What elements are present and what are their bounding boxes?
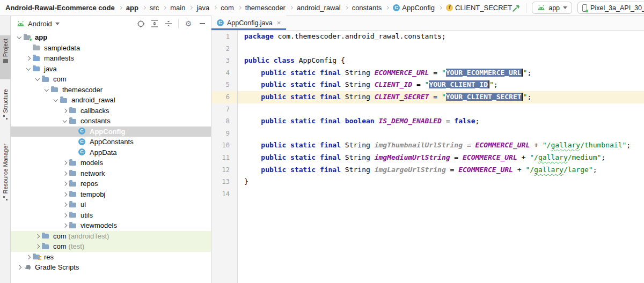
code-line-6[interactable]: public static final String CLIENT_SECRET… xyxy=(238,91,644,103)
code-line-2[interactable] xyxy=(238,43,644,55)
breadcrumb-item-com[interactable]: com xyxy=(221,4,234,12)
tree-expand-arrow-icon[interactable] xyxy=(33,235,41,238)
tree-expand-arrow-icon[interactable] xyxy=(33,245,41,248)
code-line-12[interactable]: public static final String imgLargeUrlSt… xyxy=(238,164,644,176)
tree-expand-arrow-icon[interactable] xyxy=(61,182,69,185)
breadcrumb-item-src[interactable]: src xyxy=(150,4,159,12)
package-icon xyxy=(60,96,69,105)
tree-collapse-arrow-icon[interactable] xyxy=(15,36,23,39)
settings-gear-icon[interactable]: ⚙ xyxy=(184,19,193,28)
tree-expand-arrow-icon[interactable] xyxy=(61,214,69,217)
tree-item-sampledata[interactable]: sampledata xyxy=(11,43,211,54)
tree-item-java[interactable]: java xyxy=(11,64,211,75)
tree-expand-arrow-icon[interactable] xyxy=(61,193,69,196)
tree-expand-arrow-icon[interactable] xyxy=(61,224,69,227)
breadcrumb-item-android-rawal-ecommerce-code[interactable]: Android-Rawal-Ecommerce code xyxy=(5,4,115,12)
tool-tab-project[interactable]: Project xyxy=(0,35,11,79)
tree-item-utils[interactable]: utils xyxy=(11,210,211,221)
tree-item-tempobj[interactable]: tempobj xyxy=(11,189,211,200)
tree-expand-arrow-icon[interactable] xyxy=(15,266,23,269)
gradle-icon xyxy=(23,263,32,272)
code-line-13[interactable]: } xyxy=(238,176,644,188)
tree-item-viewmodels[interactable]: viewmodels xyxy=(11,220,211,231)
tree-item-appconfig[interactable]: CAppConfig xyxy=(11,126,211,137)
tree-collapse-arrow-icon[interactable] xyxy=(61,120,69,123)
code-token: ; xyxy=(527,69,531,77)
tree-expand-arrow-icon[interactable] xyxy=(61,203,69,206)
expand-all-icon[interactable] xyxy=(150,19,159,28)
tree-collapse-arrow-icon[interactable] xyxy=(24,68,32,71)
class-icon: C xyxy=(393,4,400,11)
code-line-3[interactable]: public class AppConfig { xyxy=(238,55,644,67)
run-configuration-select[interactable]: app xyxy=(532,2,572,14)
tree-collapse-arrow-icon[interactable] xyxy=(33,78,41,81)
tree-expand-arrow-icon[interactable] xyxy=(24,256,32,259)
tree-item-com-androidtest[interactable]: com(androidTest) xyxy=(11,231,211,242)
tree-item-models[interactable]: models xyxy=(11,158,211,168)
tree-expand-arrow-icon[interactable] xyxy=(61,172,69,175)
hide-panel-icon[interactable] xyxy=(198,19,207,28)
tree-collapse-arrow-icon[interactable] xyxy=(42,88,50,92)
breadcrumb-item-app[interactable]: app xyxy=(126,4,138,12)
build-hammer-icon[interactable] xyxy=(512,4,521,12)
code-token: /medium" xyxy=(568,153,602,161)
tool-tab-resource-manager[interactable]: Resource Manager xyxy=(0,140,11,220)
code-line-10[interactable]: public static final String imgThumbnailU… xyxy=(238,139,644,152)
locate-target-icon[interactable] xyxy=(136,19,145,28)
tree-item-themescoder[interactable]: themescoder xyxy=(11,85,211,95)
code-token: IS_DEMO_ENABLED xyxy=(378,117,441,125)
tree-expand-arrow-icon[interactable] xyxy=(61,109,69,113)
tool-tab-structure[interactable]: Structure xyxy=(0,86,11,134)
project-folder-icon xyxy=(3,59,8,63)
editor-tab-appconfig[interactable]: C AppConfig.java × xyxy=(211,16,286,30)
project-view-selector[interactable]: Android xyxy=(28,20,52,28)
breadcrumb-item-client-secret[interactable]: fCLIENT_SECRET xyxy=(446,4,512,12)
breadcrumb-item-appconfig[interactable]: CAppConfig xyxy=(393,4,435,12)
breadcrumb-item-constants[interactable]: constants xyxy=(352,4,382,12)
tree-item-res[interactable]: res xyxy=(11,252,211,263)
code-line-5[interactable]: public static final String CLIENT_ID = "… xyxy=(238,79,644,91)
breadcrumb-item-label: java xyxy=(196,4,209,12)
code-line-4[interactable]: public static final String ECOMMERCE_URL… xyxy=(238,67,644,79)
line-number: 12 xyxy=(211,164,237,176)
device-label: Pixel_3a_API_30_x86 xyxy=(590,4,644,12)
breadcrumb-item-java[interactable]: java xyxy=(196,4,209,12)
tree-item-repos[interactable]: repos xyxy=(11,178,211,189)
code-line-11[interactable]: public static final String imgMediumUrlS… xyxy=(238,152,644,164)
tree-item-appdata[interactable]: CAppData xyxy=(11,147,211,158)
code-line-14[interactable] xyxy=(238,188,644,200)
code-line-7[interactable] xyxy=(238,103,644,116)
tree-item-ui[interactable]: ui xyxy=(11,199,211,210)
breadcrumb-item-main[interactable]: main xyxy=(170,4,185,12)
tree-collapse-arrow-icon[interactable] xyxy=(52,99,60,102)
tree-item-com[interactable]: com xyxy=(11,74,211,85)
code-token: false xyxy=(454,117,475,125)
tree-expand-arrow-icon[interactable] xyxy=(61,161,69,165)
device-select[interactable]: Pixel_3a_API_30_x86 xyxy=(577,2,644,14)
tree-item-network[interactable]: network xyxy=(11,168,211,179)
tree-item-manifests[interactable]: manifests xyxy=(11,53,211,64)
tree-item-appconstants[interactable]: CAppConstants xyxy=(11,137,211,147)
code-line-1[interactable]: package com.themescoder.android_rawal.co… xyxy=(238,31,644,43)
tree-item-app[interactable]: app xyxy=(11,32,211,43)
tree-item-com-test[interactable]: com(test) xyxy=(11,241,211,252)
tree-item-label: com xyxy=(53,232,67,240)
collapse-all-icon[interactable] xyxy=(164,19,173,28)
code-token: public static final xyxy=(261,93,341,101)
code-line-9[interactable] xyxy=(238,128,644,140)
close-tab-icon[interactable]: × xyxy=(277,19,281,27)
code-token: + xyxy=(517,153,530,161)
breadcrumb-item-themescoder[interactable]: themescoder xyxy=(245,4,286,12)
editor-tab-label: AppConfig.java xyxy=(227,19,273,27)
code-lines[interactable]: package com.themescoder.android_rawal.co… xyxy=(238,31,644,283)
tree-item-callbacks[interactable]: callbacks xyxy=(11,106,211,116)
tree-item-gradle-scripts[interactable]: Gradle Scripts xyxy=(11,262,211,273)
breadcrumb-item-android-rawal[interactable]: android_rawal xyxy=(297,4,341,12)
active-tab-indicator xyxy=(211,28,286,30)
code-line-8[interactable]: public static final boolean IS_DEMO_ENAB… xyxy=(238,115,644,128)
tree-item-android-rawal[interactable]: android_rawal xyxy=(11,95,211,106)
code-editor[interactable]: 1234567891011121314 package com.themesco… xyxy=(211,31,644,283)
tree-item-constants[interactable]: constants xyxy=(11,116,211,126)
tree-expand-arrow-icon[interactable] xyxy=(24,57,32,60)
chevron-down-icon[interactable] xyxy=(55,23,60,25)
